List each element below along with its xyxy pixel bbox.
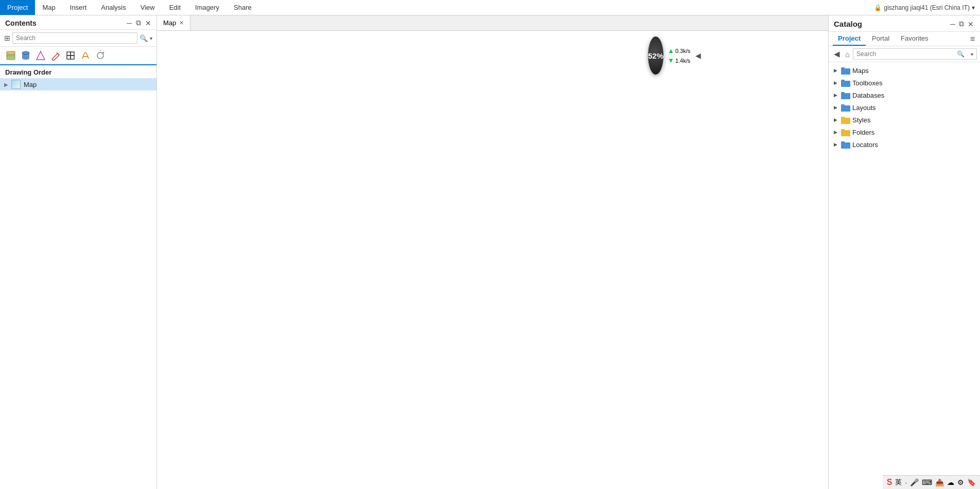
layer-expand-icon: ▶ — [4, 82, 8, 87]
taskbar-s-icon[interactable]: S — [887, 478, 892, 487]
contents-title: Contents — [5, 19, 126, 27]
contents-search-dropdown[interactable]: ▾ — [150, 35, 152, 41]
catalog-search-button[interactable]: 🔍 — [954, 49, 968, 59]
upload-arrow-icon: ▲ — [668, 47, 674, 55]
contents-pin-button[interactable]: ─ — [126, 19, 133, 27]
map-tab[interactable]: Map ✕ — [157, 15, 190, 30]
upload-value: 0.3k/s — [675, 48, 690, 54]
tree-item-styles[interactable]: ▶ Styles — [829, 114, 980, 126]
download-value: 1.4k/s — [675, 58, 690, 64]
layer-item[interactable]: ▶ Map — [0, 78, 156, 90]
map-tab-close-button[interactable]: ✕ — [179, 20, 184, 26]
cpu-gauge: 52% — [648, 37, 663, 75]
svg-rect-9 — [67, 56, 71, 59]
map-tab-bar: Map ✕ — [157, 15, 828, 31]
download-stat: ▼ 1.4k/s — [668, 57, 690, 64]
folder-icon-maps — [841, 66, 850, 75]
tab-analysis[interactable]: Analysis — [94, 0, 133, 15]
svg-marker-5 — [37, 51, 45, 60]
svg-rect-13 — [841, 67, 845, 69]
svg-rect-15 — [841, 80, 845, 82]
catalog-title: Catalog — [834, 20, 949, 28]
contents-header: Contents ─ ⧉ ✕ — [0, 15, 156, 30]
tab-map[interactable]: Map — [35, 0, 62, 15]
tree-item-folders[interactable]: ▶ Folders — [829, 126, 980, 138]
ribbon: Project Map Insert Analysis View Edit Im… — [0, 0, 980, 15]
catalog-tab-favorites[interactable]: Favorites — [896, 32, 933, 46]
tab-insert[interactable]: Insert — [63, 0, 94, 15]
tree-label-folders: Folders — [852, 129, 874, 136]
contents-panel: Contents ─ ⧉ ✕ ⊞ 🔍 ▾ — [0, 15, 157, 489]
contents-float-button[interactable]: ⧉ — [135, 19, 142, 27]
catalog-close-button[interactable]: ✕ — [967, 20, 975, 28]
folder-icon-layouts — [841, 103, 850, 112]
taskbar-cloud-icon[interactable]: ☁ — [947, 478, 954, 486]
taskbar-dot-icon[interactable]: · — [905, 479, 907, 486]
database-button[interactable] — [19, 49, 32, 62]
catalog-home-button[interactable]: ⌂ — [843, 49, 852, 60]
contents-close-button[interactable]: ✕ — [144, 19, 152, 27]
add-layer-button[interactable] — [4, 49, 18, 62]
taskbar-settings-icon[interactable]: ⚙ — [957, 478, 964, 486]
map-tab-label: Map — [163, 19, 176, 27]
catalog-tab-portal[interactable]: Portal — [867, 32, 895, 46]
contents-search-input[interactable] — [12, 32, 137, 44]
folder-icon-locators — [841, 140, 850, 149]
tree-item-databases[interactable]: ▶ Databases — [829, 89, 980, 101]
catalog-panel: Catalog ─ ⧉ ✕ Project Portal Favorites ≡… — [828, 15, 980, 489]
svg-rect-21 — [841, 117, 845, 119]
catalog-header-icons: ─ ⧉ ✕ — [949, 20, 975, 28]
tree-item-locators[interactable]: ▶ Locators — [829, 138, 980, 151]
edit-button[interactable] — [49, 49, 62, 62]
catalog-search-input[interactable] — [853, 49, 954, 59]
feature-layer-button[interactable] — [34, 49, 47, 62]
catalog-back-button[interactable]: ◀ — [832, 48, 842, 60]
folder-icon-folders — [841, 128, 850, 136]
contents-search-button[interactable]: 🔍 — [139, 34, 148, 42]
tree-label-layouts: Layouts — [852, 104, 876, 112]
catalog-search-options-button[interactable]: ▾ — [968, 50, 976, 58]
contents-header-icons: ─ ⧉ ✕ — [126, 19, 152, 27]
tab-imagery[interactable]: Imagery — [188, 0, 226, 15]
folder-icon-toolboxes — [841, 79, 850, 87]
tree-expand-styles: ▶ — [834, 117, 839, 122]
tab-project[interactable]: Project — [0, 0, 35, 15]
layer-toolbar — [0, 47, 156, 65]
annotation-button[interactable] — [79, 49, 92, 62]
taskbar-keyboard-icon[interactable]: ⌨ — [922, 478, 932, 486]
tree-expand-maps: ▶ — [834, 68, 839, 73]
catalog-menu-button[interactable]: ≡ — [969, 34, 976, 44]
taskbar-share-icon[interactable]: 📤 — [935, 478, 944, 486]
tree-item-layouts[interactable]: ▶ Layouts — [829, 101, 980, 114]
catalog-tab-right: ≡ — [969, 32, 976, 46]
svg-rect-17 — [841, 92, 845, 94]
tab-view[interactable]: View — [133, 0, 162, 15]
taskbar-icons: S 英 · 🎤 ⌨ 📤 ☁ ⚙ 🔖 — [883, 475, 980, 489]
catalog-pin-button[interactable]: ─ — [949, 20, 956, 28]
tree-label-maps: Maps — [852, 67, 869, 75]
taskbar-zh-icon[interactable]: 英 — [895, 478, 902, 487]
catalog-tabs: Project Portal Favorites ≡ — [829, 32, 980, 46]
svg-rect-19 — [841, 104, 845, 106]
tab-share[interactable]: Share — [226, 0, 259, 15]
catalog-float-button[interactable]: ⧉ — [958, 20, 965, 28]
perf-collapse-button[interactable]: ◀ — [695, 51, 701, 60]
tree-expand-layouts: ▶ — [834, 105, 839, 110]
tab-edit[interactable]: Edit — [162, 0, 188, 15]
group-button[interactable] — [64, 49, 77, 62]
svg-rect-7 — [67, 52, 71, 56]
tree-item-toolboxes[interactable]: ▶ Toolboxes — [829, 77, 980, 89]
tree-label-locators: Locators — [852, 141, 878, 149]
folder-icon-databases — [841, 91, 850, 99]
tools-button[interactable] — [94, 49, 107, 62]
drawing-order-label: Drawing Order — [0, 65, 156, 78]
svg-rect-10 — [71, 56, 74, 59]
taskbar-extra-icon[interactable]: 🔖 — [967, 478, 976, 486]
user-dropdown-icon[interactable]: ▾ — [972, 4, 975, 11]
perf-stats: ▲ 0.3k/s ▼ 1.4k/s — [668, 47, 690, 64]
tree-expand-locators: ▶ — [834, 142, 839, 147]
svg-rect-25 — [841, 141, 845, 143]
tree-item-maps[interactable]: ▶ Maps — [829, 64, 980, 77]
catalog-tab-project[interactable]: Project — [833, 32, 866, 46]
taskbar-mic-icon[interactable]: 🎤 — [910, 478, 919, 486]
